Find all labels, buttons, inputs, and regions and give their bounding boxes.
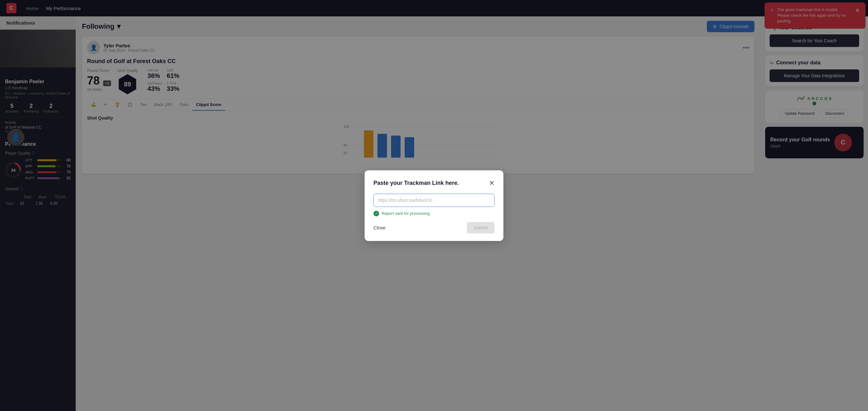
modal-submit-button[interactable]: Submit bbox=[467, 222, 495, 233]
trackman-link-input[interactable] bbox=[373, 194, 495, 207]
modal-close-button[interactable]: Close bbox=[373, 225, 385, 230]
success-check-icon: ✓ bbox=[373, 211, 379, 216]
modal-header: Paste your Trackman Link here. ✕ bbox=[373, 179, 495, 187]
modal-overlay[interactable]: Paste your Trackman Link here. ✕ ✓ Repor… bbox=[0, 0, 868, 411]
modal-box: Paste your Trackman Link here. ✕ ✓ Repor… bbox=[365, 170, 503, 241]
modal-actions: Close Submit bbox=[373, 222, 495, 233]
modal-close-x-button[interactable]: ✕ bbox=[489, 179, 495, 187]
modal-success-message: ✓ Report sent for processing bbox=[373, 211, 495, 216]
modal-title: Paste your Trackman Link here. bbox=[373, 180, 459, 186]
